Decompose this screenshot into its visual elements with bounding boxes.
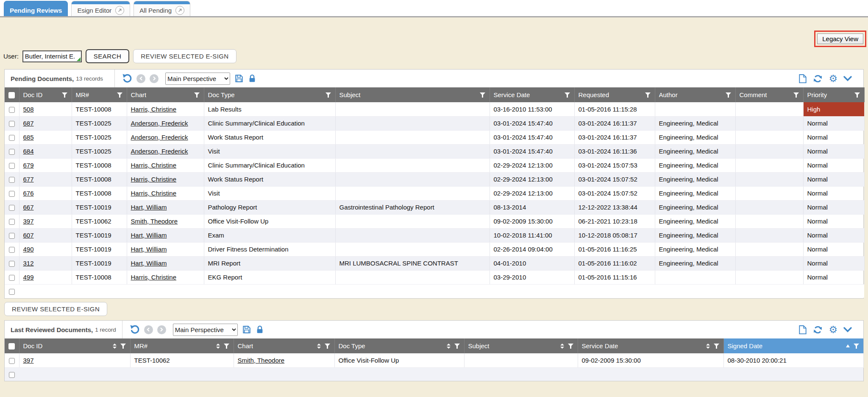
sort-icon[interactable] <box>706 344 710 349</box>
filter-icon[interactable] <box>564 92 570 98</box>
chevron-down-icon[interactable] <box>843 76 852 81</box>
sort-icon[interactable] <box>216 344 220 349</box>
cell-chart[interactable]: Hart, William <box>127 228 204 242</box>
cell-chart[interactable]: Hart, William <box>127 256 204 270</box>
perspective-select[interactable]: Main Perspective <box>165 73 230 85</box>
filter-icon[interactable] <box>117 92 123 98</box>
filter-icon[interactable] <box>854 92 860 98</box>
row-checkbox-cell[interactable] <box>5 256 19 270</box>
column-header-requested[interactable]: Requested <box>574 87 655 102</box>
chart-link[interactable]: Anderson, Frederick <box>131 120 188 127</box>
row-checkbox[interactable] <box>9 107 15 113</box>
cell-chart[interactable]: Harris, Christine <box>127 172 204 186</box>
footer-checkbox-cell[interactable] <box>5 367 19 381</box>
doc-id-link[interactable]: 676 <box>23 190 34 197</box>
row-checkbox[interactable] <box>9 177 15 183</box>
chart-link[interactable]: Hart, William <box>131 232 167 239</box>
row-checkbox[interactable] <box>9 261 15 267</box>
cell-doc_id[interactable]: 607 <box>19 228 72 242</box>
row-checkbox-cell[interactable] <box>5 228 19 242</box>
chart-link[interactable]: Harris, Christine <box>131 106 177 113</box>
row-checkbox[interactable] <box>9 233 15 239</box>
cell-chart[interactable]: Harris, Christine <box>127 186 204 200</box>
chevron-down-icon[interactable] <box>843 327 852 333</box>
chart-link[interactable]: Hart, William <box>131 246 167 253</box>
filter-icon[interactable] <box>713 343 720 349</box>
column-header-priority[interactable]: Priority <box>803 87 864 102</box>
column-header-subject[interactable]: Subject <box>464 338 578 353</box>
save-perspective-icon[interactable] <box>242 325 251 334</box>
row-checkbox[interactable] <box>9 219 15 225</box>
select-all-header[interactable] <box>5 338 19 353</box>
undo-icon[interactable] <box>122 73 132 84</box>
doc-id-link[interactable]: 685 <box>23 134 34 141</box>
row-checkbox[interactable] <box>9 121 15 127</box>
chart-link[interactable]: Anderson, Frederick <box>131 148 188 155</box>
doc-id-link[interactable]: 677 <box>23 176 34 183</box>
doc-id-link[interactable]: 679 <box>23 162 34 169</box>
row-checkbox-cell[interactable] <box>5 200 19 214</box>
new-document-icon[interactable] <box>798 74 807 84</box>
cell-chart[interactable]: Harris, Christine <box>127 158 204 172</box>
column-header-chart[interactable]: Chart <box>234 338 334 353</box>
next-perspective-icon[interactable] <box>150 74 159 83</box>
select-all-checkbox[interactable] <box>8 92 15 98</box>
row-checkbox[interactable] <box>9 205 15 211</box>
column-header-doc_type[interactable]: Doc Type <box>204 87 335 102</box>
column-header-signed_date[interactable]: Signed Date <box>723 338 863 353</box>
previous-perspective-icon[interactable] <box>144 325 153 334</box>
column-header-service_date[interactable]: Service Date <box>578 338 723 353</box>
cell-chart[interactable]: Anderson, Frederick <box>127 130 204 144</box>
lock-perspective-icon[interactable] <box>256 325 264 334</box>
refresh-icon[interactable] <box>813 74 823 84</box>
row-checkbox-cell[interactable] <box>5 116 19 130</box>
cell-doc_id[interactable]: 685 <box>19 130 72 144</box>
gear-icon[interactable]: ⚙ <box>829 74 837 84</box>
row-checkbox[interactable] <box>9 275 15 281</box>
row-checkbox-cell[interactable] <box>5 214 19 228</box>
column-header-subject[interactable]: Subject <box>335 87 490 102</box>
doc-id-link[interactable]: 499 <box>23 274 34 281</box>
column-header-doc_type[interactable]: Doc Type <box>334 338 464 353</box>
footer-checkbox-cell[interactable] <box>5 284 19 298</box>
cell-doc_id[interactable]: 667 <box>19 200 72 214</box>
tab-pending-reviews[interactable]: Pending Reviews <box>4 1 68 16</box>
chart-link[interactable]: Smith, Theodore <box>238 357 285 364</box>
perspective-select[interactable]: Main Perspective <box>173 324 238 336</box>
row-checkbox-cell[interactable] <box>5 130 19 144</box>
row-checkbox[interactable] <box>9 358 15 364</box>
filter-icon[interactable] <box>454 343 460 349</box>
chart-link[interactable]: Smith, Theodore <box>131 218 178 225</box>
row-checkbox[interactable] <box>9 372 15 378</box>
row-checkbox-cell[interactable] <box>5 270 19 284</box>
doc-id-link[interactable]: 687 <box>23 120 34 127</box>
filter-icon[interactable] <box>194 92 200 98</box>
search-button[interactable]: SEARCH <box>86 49 130 63</box>
row-checkbox[interactable] <box>9 247 15 253</box>
select-all-header[interactable] <box>5 87 19 102</box>
filter-icon[interactable] <box>853 343 860 349</box>
row-checkbox-cell[interactable] <box>5 186 19 200</box>
row-checkbox[interactable] <box>9 289 15 295</box>
doc-id-link[interactable]: 397 <box>23 218 34 225</box>
doc-id-link[interactable]: 684 <box>23 148 34 155</box>
refresh-icon[interactable] <box>813 325 823 335</box>
doc-id-link[interactable]: 667 <box>23 204 34 211</box>
cell-doc_id[interactable]: 397 <box>19 353 130 367</box>
cell-doc_id[interactable]: 679 <box>19 158 72 172</box>
cell-doc_id[interactable]: 676 <box>19 186 72 200</box>
chart-link[interactable]: Hart, William <box>131 260 167 267</box>
cell-chart[interactable]: Hart, William <box>127 242 204 256</box>
cell-chart[interactable]: Smith, Theodore <box>234 353 334 367</box>
row-checkbox-cell[interactable] <box>5 242 19 256</box>
column-header-mr[interactable]: MR# <box>72 87 127 102</box>
review-selected-esign-top-button[interactable]: REVIEW SELECTED E-SIGN <box>133 49 236 63</box>
filter-icon[interactable] <box>61 92 68 98</box>
row-checkbox[interactable] <box>9 149 15 155</box>
row-checkbox-cell[interactable] <box>5 102 19 116</box>
next-perspective-icon[interactable] <box>157 325 166 334</box>
cell-chart[interactable]: Anderson, Frederick <box>127 144 204 158</box>
doc-id-link[interactable]: 508 <box>23 106 34 113</box>
popout-icon[interactable] <box>115 6 124 15</box>
row-checkbox[interactable] <box>9 191 15 197</box>
